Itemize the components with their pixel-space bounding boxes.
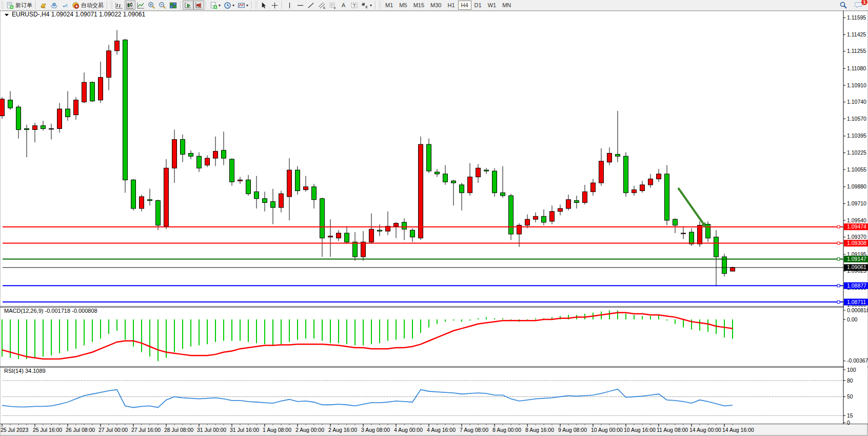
candle-bull[interactable] <box>534 216 538 219</box>
candle-bear[interactable] <box>295 170 300 191</box>
candle-bull[interactable] <box>0 99 5 116</box>
tab-timeframe-d1[interactable]: D1 <box>471 1 485 10</box>
level-line-handle[interactable] <box>837 258 840 260</box>
tab-timeframe-w1[interactable]: W1 <box>485 1 500 10</box>
vertical-line-button[interactable] <box>284 1 295 10</box>
price-chart[interactable]: 1.115951.114251.112551.110801.109101.107… <box>0 11 868 436</box>
candle-bear[interactable] <box>197 156 202 168</box>
candle-bear[interactable] <box>222 150 226 158</box>
candle-bear[interactable] <box>254 192 259 198</box>
candle-bear[interactable] <box>402 222 407 229</box>
candle-bull[interactable] <box>238 180 243 181</box>
community-button[interactable] <box>49 1 60 10</box>
candle-bull[interactable] <box>419 144 423 238</box>
tab-timeframe-mn[interactable]: MN <box>499 1 514 10</box>
candle-bull[interactable] <box>558 208 563 212</box>
candle-bull[interactable] <box>394 223 399 226</box>
fibonacci-button[interactable]: F <box>327 1 338 10</box>
candle-bear[interactable] <box>689 232 694 244</box>
candle-bull[interactable] <box>731 268 735 271</box>
gold-bar-button[interactable] <box>38 1 49 10</box>
candle-bear[interactable] <box>90 82 95 101</box>
candle-bull[interactable] <box>337 233 341 238</box>
candle-bear[interactable] <box>484 170 489 171</box>
text-label-button[interactable]: T <box>349 1 360 10</box>
candle-bull[interactable] <box>607 153 612 162</box>
tab-timeframe-m5[interactable]: M5 <box>396 1 410 10</box>
candle-bull[interactable] <box>657 174 661 179</box>
candle-bear[interactable] <box>263 199 267 203</box>
tab-timeframe-m1[interactable]: M1 <box>382 1 396 10</box>
level-line-handle[interactable] <box>837 225 840 228</box>
candle-bear[interactable] <box>246 180 251 194</box>
candle-bull[interactable] <box>213 151 218 158</box>
candle-bear[interactable] <box>509 196 514 234</box>
tab-timeframe-m15[interactable]: M15 <box>410 1 427 10</box>
candle-bull[interactable] <box>164 168 169 226</box>
tab-timeframe-h4[interactable]: H4 <box>458 1 471 10</box>
signal-button[interactable] <box>60 1 70 10</box>
candle-bear[interactable] <box>427 144 431 171</box>
search-button[interactable] <box>838 1 849 10</box>
zoom-in-button[interactable] <box>146 1 157 10</box>
candle-bear[interactable] <box>443 174 448 182</box>
tile-windows-button[interactable] <box>168 1 179 10</box>
candle-bear[interactable] <box>181 140 185 155</box>
candle-bear[interactable] <box>435 172 440 174</box>
candle-bull[interactable] <box>648 179 653 185</box>
chevron-down-icon[interactable]: ▾ <box>246 3 248 8</box>
candle-bull[interactable] <box>591 183 596 192</box>
candle-bear[interactable] <box>451 181 456 183</box>
level-line-handle[interactable] <box>837 242 840 244</box>
line-chart-button[interactable] <box>135 1 146 10</box>
candle-bull[interactable] <box>98 78 103 100</box>
auto-scroll-button[interactable] <box>183 1 193 10</box>
candle-bear[interactable] <box>410 230 415 237</box>
new-order-button[interactable]: 新订单 <box>5 1 34 10</box>
notifications-button[interactable]: 1 <box>853 1 865 10</box>
candle-bear[interactable] <box>501 193 505 196</box>
periods-button[interactable]: ▾ <box>222 1 236 10</box>
candle-bear[interactable] <box>8 100 13 108</box>
chevron-down-icon[interactable]: ▾ <box>370 3 372 8</box>
candle-bear[interactable] <box>156 201 161 225</box>
candle-bull[interactable] <box>640 185 645 191</box>
candle-bull[interactable] <box>550 212 555 221</box>
crosshair-button[interactable] <box>269 1 280 10</box>
candle-bear[interactable] <box>575 201 579 203</box>
candle-bear[interactable] <box>230 159 234 182</box>
candle-bull[interactable] <box>476 168 481 177</box>
candle-bull[interactable] <box>82 82 87 102</box>
candle-bull[interactable] <box>107 51 111 78</box>
candle-bull[interactable] <box>632 189 637 193</box>
candle-bear[interactable] <box>25 128 29 129</box>
candle-bear[interactable] <box>320 199 325 238</box>
candle-bull[interactable] <box>205 158 210 165</box>
candle-bear[interactable] <box>665 174 669 220</box>
candle-chart-button[interactable] <box>125 1 135 10</box>
candle-bull[interactable] <box>369 229 374 242</box>
candle-bull[interactable] <box>681 233 686 234</box>
candle-bear[interactable] <box>345 233 349 242</box>
level-line-handle[interactable] <box>837 301 840 304</box>
candle-bear[interactable] <box>378 230 382 231</box>
candle-bear[interactable] <box>148 200 152 201</box>
candle-bear[interactable] <box>189 153 193 156</box>
candle-bear[interactable] <box>41 126 46 129</box>
autotrade-button[interactable]: 自动交易 <box>70 1 105 10</box>
toolbar-grip[interactable] <box>110 1 113 9</box>
cursor-button[interactable] <box>259 1 269 10</box>
toolbar-grip[interactable] <box>1 1 4 9</box>
candle-bull[interactable] <box>115 41 120 51</box>
candle-bear[interactable] <box>312 187 317 200</box>
candle-bull[interactable] <box>49 128 54 129</box>
chevron-down-icon[interactable]: ▾ <box>232 3 234 8</box>
candle-bull[interactable] <box>140 197 144 208</box>
candle-bull[interactable] <box>172 140 177 168</box>
candle-bull[interactable] <box>698 225 702 244</box>
level-line-handle[interactable] <box>837 285 840 287</box>
zoom-out-button[interactable] <box>157 1 168 10</box>
arrows-button[interactable]: ▾ <box>360 1 373 10</box>
candle-bull[interactable] <box>468 177 472 193</box>
candle-bear[interactable] <box>353 242 358 257</box>
